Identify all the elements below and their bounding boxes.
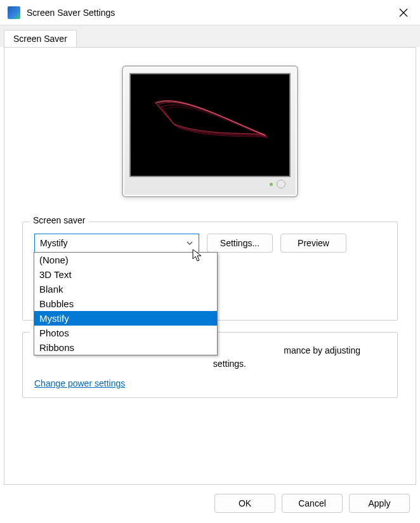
option-blank[interactable]: Blank	[34, 282, 217, 296]
option-photos[interactable]: Photos	[34, 326, 217, 340]
power-led-icon	[270, 183, 273, 186]
preview-button[interactable]: Preview	[280, 234, 346, 253]
preview-area	[22, 65, 398, 197]
screensaver-group: Screen saver Mystify Settings... Preview…	[22, 222, 398, 321]
dialog-button-row: OK Cancel Apply	[0, 485, 420, 513]
screensaver-select-value: Mystify	[40, 238, 68, 248]
group-label-screensaver: Screen saver	[29, 215, 89, 225]
titlebar: Screen Saver Settings	[0, 0, 420, 25]
close-icon	[399, 8, 408, 17]
mystify-graphic	[131, 74, 289, 176]
option-none[interactable]: (None)	[34, 253, 217, 267]
tab-content: Screen saver Mystify Settings... Preview…	[4, 47, 416, 485]
change-power-settings-link[interactable]: Change power settings	[34, 378, 125, 388]
close-button[interactable]	[395, 4, 412, 22]
option-3d-text[interactable]: 3D Text	[34, 267, 217, 282]
power-text-line2-tail: settings.	[34, 357, 386, 371]
tab-bar: Screen Saver	[0, 25, 420, 47]
power-button-icon	[277, 180, 285, 189]
screensaver-preview	[129, 73, 291, 177]
option-mystify[interactable]: Mystify	[34, 311, 217, 326]
apply-button[interactable]: Apply	[349, 494, 410, 513]
screensaver-dropdown-list[interactable]: (None) 3D Text Blank Bubbles Mystify Pho…	[34, 252, 218, 355]
monitor-frame	[122, 65, 298, 197]
settings-button[interactable]: Settings...	[207, 234, 273, 253]
chevron-down-icon	[186, 239, 194, 247]
option-ribbons[interactable]: Ribbons	[34, 340, 217, 355]
cancel-button[interactable]: Cancel	[282, 494, 343, 513]
ok-button[interactable]: OK	[214, 494, 275, 513]
screensaver-controls-row: Mystify Settings... Preview	[34, 234, 386, 253]
screensaver-select[interactable]: Mystify	[34, 234, 199, 253]
monitor-base	[129, 177, 291, 191]
option-bubbles[interactable]: Bubbles	[34, 296, 217, 311]
app-icon	[8, 6, 20, 19]
window-title: Screen Saver Settings	[27, 8, 115, 18]
tab-screen-saver[interactable]: Screen Saver	[4, 30, 77, 48]
